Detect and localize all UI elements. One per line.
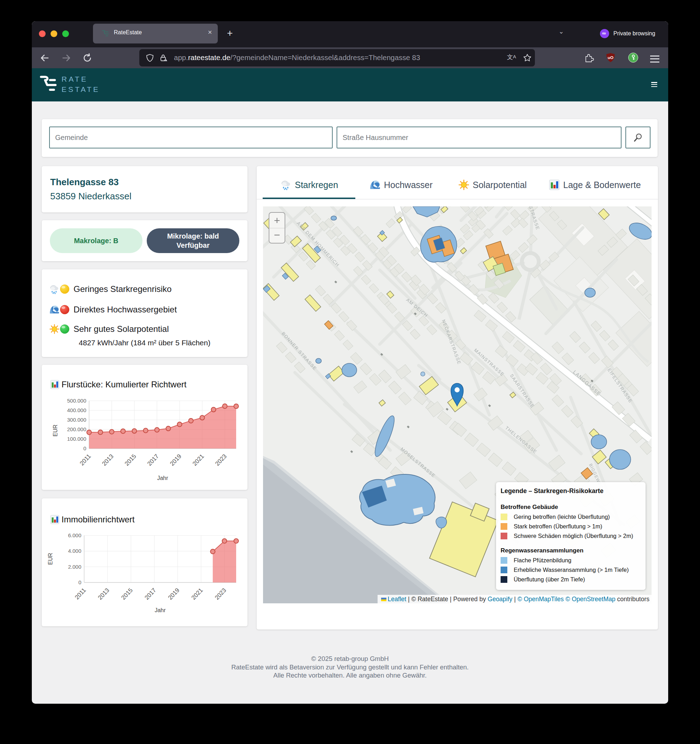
svg-text:2015: 2015 — [120, 587, 134, 601]
svg-text:400.000: 400.000 — [67, 407, 86, 413]
svg-text:2011: 2011 — [73, 587, 87, 601]
svg-text:2021: 2021 — [191, 453, 206, 467]
svg-text:2.000: 2.000 — [68, 564, 81, 570]
svg-text:uO: uO — [608, 55, 614, 60]
svg-text:2019: 2019 — [167, 587, 181, 601]
svg-text:100.000: 100.000 — [67, 436, 86, 442]
svg-text:2023: 2023 — [214, 453, 228, 467]
svg-text:2011: 2011 — [79, 453, 92, 467]
svg-text:EUR: EUR — [48, 553, 54, 565]
svg-text:2013: 2013 — [97, 587, 111, 601]
svg-text:0: 0 — [79, 579, 81, 585]
svg-text:2023: 2023 — [213, 587, 228, 601]
svg-text:500.000: 500.000 — [67, 397, 86, 404]
svg-text:2015: 2015 — [124, 453, 137, 467]
svg-text:!: ! — [165, 59, 166, 61]
svg-text:2019: 2019 — [168, 453, 183, 467]
svg-text:0: 0 — [83, 445, 86, 451]
svg-text:Jahr: Jahr — [155, 607, 166, 613]
svg-text:2017: 2017 — [146, 453, 160, 467]
svg-text:200.000: 200.000 — [67, 426, 86, 432]
svg-text:2021: 2021 — [190, 587, 204, 601]
svg-text:Jahr: Jahr — [157, 475, 168, 481]
svg-text:300.000: 300.000 — [67, 417, 86, 423]
svg-text:2013: 2013 — [101, 453, 115, 467]
svg-text:4.000: 4.000 — [68, 548, 81, 554]
svg-text:6.000: 6.000 — [68, 532, 81, 538]
svg-text:EUR: EUR — [52, 424, 58, 436]
svg-text:2017: 2017 — [143, 587, 158, 601]
